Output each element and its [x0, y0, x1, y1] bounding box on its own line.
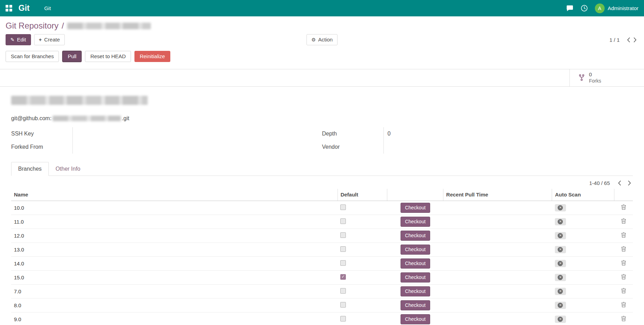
checkout-button[interactable]: Checkout [401, 245, 430, 255]
create-button[interactable]: + Create [34, 34, 65, 45]
auto-scan-toggle-button[interactable] [555, 274, 566, 281]
branch-row[interactable]: 13.0 Checkout [11, 242, 633, 256]
repository-name-redacted [11, 96, 148, 105]
column-header-recent-pull-time[interactable]: Recent Pull Time [443, 189, 552, 201]
branches-pager-next-button[interactable] [626, 179, 633, 187]
delete-row-button[interactable] [620, 203, 628, 212]
checkout-button[interactable]: Checkout [401, 286, 430, 296]
column-header-name[interactable]: Name [11, 189, 337, 201]
apps-menu-icon[interactable] [6, 5, 12, 11]
branches-table-body: 10.0 Checkout 11.0 Checkout [11, 201, 633, 325]
auto-scan-toggle-button[interactable] [555, 218, 566, 225]
action-menu-button[interactable]: ⚙ Action [307, 34, 337, 45]
depth-value[interactable]: 0 [383, 127, 633, 140]
gear-icon: ⚙ [311, 37, 316, 43]
recent-pull-time-cell [443, 229, 552, 242]
trash-icon [621, 288, 626, 294]
auto-scan-toggle-button[interactable] [555, 246, 566, 253]
pager-next-button[interactable] [632, 36, 638, 44]
branch-row[interactable]: 12.0 Checkout [11, 229, 633, 242]
delete-row-button[interactable] [620, 217, 628, 226]
checkout-button[interactable]: Checkout [401, 203, 430, 213]
default-checkbox[interactable] [340, 204, 346, 210]
branch-row[interactable]: 15.0 Checkout [11, 270, 633, 284]
recent-pull-time-cell [443, 284, 552, 298]
branch-row[interactable]: 11.0 Checkout [11, 215, 633, 229]
branches-pager: 1-40 / 65 [11, 179, 633, 187]
tab-other-info[interactable]: Other Info [49, 162, 87, 176]
depth-label: Depth [322, 127, 383, 140]
tab-branches[interactable]: Branches [11, 162, 49, 176]
circle-x-icon [558, 317, 563, 322]
branches-pager-previous-button[interactable] [616, 179, 623, 187]
branch-row[interactable]: 7.0 Checkout [11, 284, 633, 298]
auto-scan-toggle-button[interactable] [555, 232, 566, 239]
default-checkbox[interactable] [340, 246, 346, 252]
reset-to-head-button[interactable]: Reset to HEAD [85, 51, 131, 62]
delete-row-button[interactable] [620, 259, 628, 268]
delete-row-button[interactable] [620, 287, 628, 295]
edit-button[interactable]: ✎ Edit [6, 34, 31, 45]
delete-row-button[interactable] [620, 301, 628, 309]
delete-row-button[interactable] [620, 273, 628, 281]
vendor-value[interactable] [383, 140, 633, 154]
checkout-button[interactable]: Checkout [401, 217, 430, 227]
auto-scan-toggle-button[interactable] [555, 288, 566, 295]
branch-row[interactable]: 9.0 Checkout [11, 312, 633, 325]
checkout-button[interactable]: Checkout [401, 272, 430, 283]
branch-name: 15.0 [14, 274, 24, 280]
create-button-label: Create [44, 37, 60, 43]
auto-scan-toggle-button[interactable] [555, 316, 566, 323]
checkout-button[interactable]: Checkout [401, 258, 430, 269]
trash-icon [621, 246, 626, 252]
reinitialize-button[interactable]: Reinitialize [134, 51, 170, 62]
checkout-button[interactable]: Checkout [401, 314, 430, 324]
column-header-auto-scan[interactable]: Auto Scan [552, 189, 614, 201]
column-header-default[interactable]: Default [337, 189, 387, 201]
scan-for-branches-button[interactable]: Scan for Branches [6, 51, 59, 62]
recent-pull-time-cell [443, 312, 552, 325]
repository-url: git@github.com: .git [11, 115, 633, 122]
branch-name: 8.0 [14, 302, 21, 308]
pager-previous-button[interactable] [625, 36, 632, 44]
avatar: A [595, 3, 605, 13]
circle-x-icon [558, 247, 563, 252]
default-checkbox[interactable] [340, 288, 346, 294]
default-checkbox[interactable] [340, 218, 346, 224]
app-name[interactable]: Git [18, 3, 30, 13]
default-checkbox[interactable] [340, 274, 346, 280]
auto-scan-toggle-button[interactable] [555, 204, 566, 211]
form-sheet: 0 Forks git@github.com: .git SSH Key For… [0, 69, 644, 325]
forks-stat-button[interactable]: 0 Forks [569, 69, 644, 86]
default-checkbox[interactable] [340, 316, 346, 322]
checkout-button[interactable]: Checkout [401, 300, 430, 310]
ssh-key-value[interactable] [72, 127, 322, 140]
default-checkbox[interactable] [340, 260, 346, 266]
activities-clock-icon[interactable] [581, 5, 588, 12]
recent-pull-time-cell [443, 298, 552, 312]
breadcrumb-root[interactable]: Git Repository [6, 21, 59, 31]
branch-row[interactable]: 14.0 Checkout [11, 256, 633, 270]
messages-icon[interactable] [566, 5, 574, 12]
stat-button-box: 0 Forks [0, 69, 644, 87]
auto-scan-toggle-button[interactable] [555, 260, 566, 267]
top-navbar: Git Git A Administrator [0, 0, 644, 16]
auto-scan-toggle-button[interactable] [555, 302, 566, 309]
default-checkbox[interactable] [340, 232, 346, 238]
trash-icon [621, 260, 626, 266]
branch-row[interactable]: 10.0 Checkout [11, 201, 633, 215]
object-buttons-bar: Scan for Branches Pull Reset to HEAD Rei… [0, 48, 644, 69]
repo-url-prefix: git@github.com: [11, 115, 52, 122]
delete-row-button[interactable] [620, 315, 628, 323]
checkout-button[interactable]: Checkout [401, 231, 430, 241]
delete-row-button[interactable] [620, 231, 628, 240]
circle-x-icon [558, 233, 563, 238]
notebook-tabs: Branches Other Info [11, 162, 633, 176]
menu-item-git[interactable]: Git [41, 3, 54, 13]
default-checkbox[interactable] [340, 302, 346, 308]
user-menu[interactable]: A Administrator [595, 3, 638, 13]
branch-row[interactable]: 8.0 Checkout [11, 298, 633, 312]
forked-from-value[interactable] [72, 140, 322, 154]
delete-row-button[interactable] [620, 245, 628, 254]
pull-button[interactable]: Pull [62, 51, 82, 62]
